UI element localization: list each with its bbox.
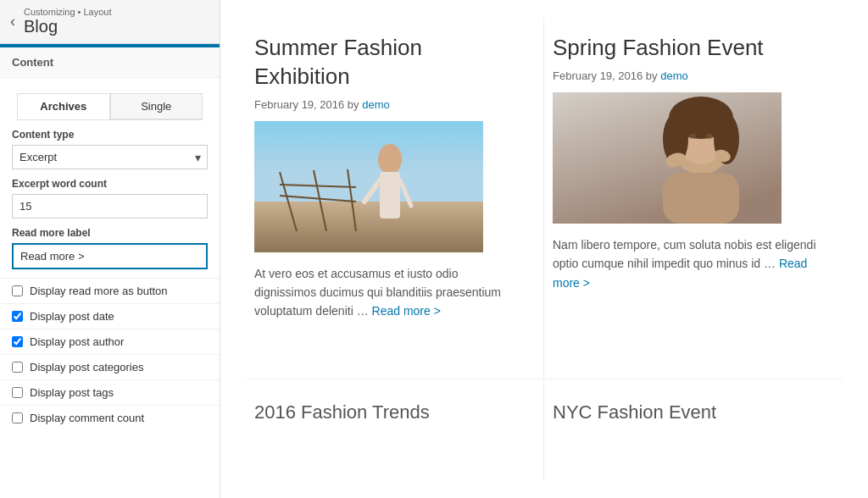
post-meta-2: February 19, 2016 by demo <box>553 69 817 82</box>
breadcrumb-area: Customizing • Layout Blog <box>24 7 112 36</box>
checkbox-display-post-author: Display post author <box>0 329 220 354</box>
display-read-more-checkbox[interactable] <box>12 285 23 296</box>
display-post-date-label: Display post date <box>30 310 114 323</box>
display-post-date-checkbox[interactable] <box>12 311 23 322</box>
post-image-2 <box>553 92 782 224</box>
checkbox-display-read-more: Display read more as button <box>0 278 220 303</box>
sidebar-header: ‹ Customizing • Layout Blog <box>0 0 220 44</box>
breadcrumb: Customizing • Layout <box>24 7 112 17</box>
excerpt-word-count-label: Excerpt word count <box>12 178 208 190</box>
display-comment-count-checkbox[interactable] <box>12 412 23 423</box>
display-post-categories-label: Display post categories <box>30 361 143 374</box>
post-title-2: Spring Fashion Event <box>553 34 817 63</box>
post-title-4-partial: NYC Fashion Event <box>553 401 817 423</box>
display-post-tags-checkbox[interactable] <box>12 387 23 398</box>
post-date-1: February 19, 2016 <box>254 98 344 111</box>
svg-rect-8 <box>380 172 400 219</box>
sidebar-title: Blog <box>24 17 112 36</box>
display-post-author-label: Display post author <box>30 335 124 348</box>
display-comment-count-label: Display comment count <box>30 412 144 424</box>
post-excerpt-1: At vero eos et accusamus et iusto odio d… <box>254 264 518 321</box>
post-author-link-2[interactable]: demo <box>660 69 688 82</box>
checkbox-display-post-tags: Display post tags <box>0 379 220 405</box>
display-post-author-checkbox[interactable] <box>12 336 23 347</box>
checkbox-display-post-date: Display post date <box>0 303 220 329</box>
sidebar: ‹ Customizing • Layout Blog Content Arch… <box>0 0 220 498</box>
svg-point-18 <box>706 134 713 139</box>
display-post-categories-checkbox[interactable] <box>12 362 23 373</box>
archives-single-tabs: Archives Single <box>17 93 203 120</box>
post-card-3-partial: 2016 Fashion Trends <box>246 379 544 481</box>
read-more-label-input[interactable] <box>12 243 208 269</box>
read-more-label-section: Read more label <box>0 227 220 278</box>
read-more-label-label: Read more label <box>12 227 208 239</box>
content-type-select-wrapper: Excerpt Full <box>12 145 208 169</box>
post-card-1: Summer Fashion Exhibition February 19, 2… <box>246 17 544 379</box>
tab-single[interactable]: Single <box>110 93 203 119</box>
post-card-2: Spring Fashion Event February 19, 2016 b… <box>544 17 843 379</box>
content-type-select[interactable]: Excerpt Full <box>12 145 208 169</box>
post-title-3-partial: 2016 Fashion Trends <box>254 401 518 423</box>
post-card-4-partial: NYC Fashion Event <box>544 379 843 481</box>
post-by-2: by <box>646 69 660 82</box>
post-title-1: Summer Fashion Exhibition <box>254 34 518 91</box>
post-date-2: February 19, 2016 <box>553 69 643 82</box>
excerpt-word-count-input[interactable] <box>12 194 208 219</box>
section-content-header: Content <box>0 47 220 78</box>
read-more-link-1[interactable]: Read more > <box>372 304 441 318</box>
svg-rect-1 <box>254 202 483 252</box>
checkbox-display-comment-count: Display comment count <box>0 405 220 430</box>
post-by-1: by <box>348 98 362 111</box>
back-arrow-icon[interactable]: ‹ <box>10 13 15 30</box>
post-author-link-1[interactable]: demo <box>362 98 390 111</box>
svg-point-7 <box>378 144 402 174</box>
content-type-label: Content type <box>12 129 208 141</box>
post-image-1 <box>254 121 483 252</box>
content-type-section: Content type Excerpt Full <box>0 120 220 178</box>
svg-rect-21 <box>663 173 739 224</box>
blog-preview: Summer Fashion Exhibition February 19, 2… <box>220 0 868 498</box>
tab-archives[interactable]: Archives <box>17 93 110 119</box>
display-read-more-label: Display read more as button <box>30 285 168 297</box>
excerpt-word-count-section: Excerpt word count <box>0 178 220 227</box>
checkbox-display-post-categories: Display post categories <box>0 354 220 379</box>
display-post-tags-label: Display post tags <box>30 386 114 399</box>
sidebar-scroll-area: Content Archives Single Content type Exc… <box>0 47 220 498</box>
svg-point-17 <box>689 134 696 139</box>
post-meta-1: February 19, 2016 by demo <box>254 98 518 111</box>
post-excerpt-2: Nam libero tempore, cum soluta nobis est… <box>553 235 817 292</box>
